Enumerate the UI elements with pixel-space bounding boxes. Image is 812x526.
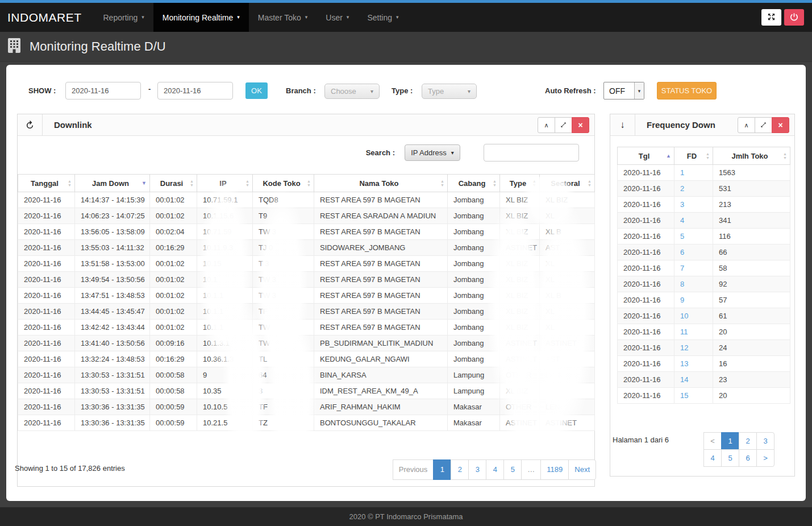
cell-jmlh-toko: 20 <box>713 324 790 340</box>
page-button[interactable]: 1 <box>433 459 451 480</box>
expand-button[interactable] <box>755 117 772 133</box>
date-from-input[interactable] <box>65 82 141 100</box>
fd-link[interactable]: 9 <box>680 296 684 304</box>
entries-summary: Showing 1 to 15 of 17,826 entries <box>15 464 125 473</box>
cell-jam-down: 13:56:05 - 13:58:09 <box>75 224 150 240</box>
ok-button[interactable]: OK <box>245 82 268 99</box>
cell-kode-toko: TW 3 <box>253 224 314 240</box>
page-button[interactable]: 6 <box>739 449 757 467</box>
page-button[interactable]: 1 <box>721 432 739 450</box>
column-header[interactable]: Jmlh Toko <box>713 147 790 165</box>
column-header[interactable]: Durasi <box>150 175 197 192</box>
nav-item-label: Setting <box>367 13 392 22</box>
auto-refresh-select[interactable]: OFF ▾ <box>603 82 644 100</box>
chevron-down-icon: ▾ <box>396 15 399 20</box>
cell-jam-down: 13:47:51 - 13:48:53 <box>75 288 150 304</box>
page-button[interactable]: Previous <box>393 459 434 480</box>
collapse-button[interactable]: ∧ <box>738 117 755 133</box>
nav-item[interactable]: Monitoring Realtime ▾ <box>153 3 249 32</box>
cell-fd: 10 <box>674 308 713 324</box>
fd-link[interactable]: 5 <box>680 232 684 241</box>
fd-link[interactable]: 7 <box>680 264 684 272</box>
page-button[interactable]: Next <box>568 459 596 480</box>
column-header[interactable]: Jam Down <box>75 175 150 192</box>
page-button[interactable]: 3 <box>756 432 774 450</box>
fd-link[interactable]: 6 <box>680 248 684 256</box>
expand-button[interactable] <box>555 117 572 133</box>
cell-fd: 2 <box>674 181 713 197</box>
cell-jam-down: 13:30:53 - 13:31:51 <box>75 367 150 383</box>
page-button[interactable]: 5 <box>721 449 739 467</box>
cell-kode-toko: TF <box>253 304 314 320</box>
nav-item[interactable]: Reporting ▾ <box>94 3 153 32</box>
brand-logo[interactable]: INDOMARET <box>0 3 94 32</box>
search-input[interactable] <box>484 144 579 161</box>
table-row: 2020-11-16 13:32:24 - 13:48:53 00:16:29 … <box>18 351 595 367</box>
column-header[interactable]: Nama Toko <box>314 175 448 192</box>
chevron-down-icon: ▾ <box>634 82 644 99</box>
fd-link[interactable]: 8 <box>680 280 684 288</box>
column-header-label: Kode Toko <box>263 179 300 188</box>
column-header[interactable]: FD <box>674 147 713 165</box>
fd-link[interactable]: 15 <box>680 391 688 400</box>
fd-link[interactable]: 3 <box>680 200 684 209</box>
cell-kode-toko: TW <box>253 336 314 351</box>
page-button[interactable]: 5 <box>503 459 522 480</box>
page-button[interactable]: < <box>703 432 722 450</box>
cell-jmlh-toko: 531 <box>713 181 790 197</box>
column-header[interactable]: Type <box>500 175 540 192</box>
column-header[interactable]: Tgl <box>618 147 674 165</box>
page-button[interactable]: … <box>521 459 541 480</box>
column-header[interactable]: IP <box>197 175 253 192</box>
power-button[interactable] <box>784 9 804 26</box>
cell-durasi: 00:00:59 <box>150 399 197 415</box>
cell-jam-down: 13:30:36 - 13:31:35 <box>75 415 150 431</box>
fd-link[interactable]: 12 <box>680 343 688 352</box>
table-row: 2020-11-16 15 20 <box>618 388 790 404</box>
page-button[interactable]: > <box>756 449 774 467</box>
column-header[interactable]: Kode Toko <box>253 175 314 192</box>
nav-item[interactable]: Master Toko ▾ <box>249 3 317 32</box>
cell-tanggal: 2020-11-16 <box>18 336 75 351</box>
status-toko-button[interactable]: STATUS TOKO <box>657 82 717 100</box>
close-button[interactable]: × <box>772 117 789 133</box>
frequency-down-panel: ↓ Frequency Down ∧ × Tgl <box>610 114 795 477</box>
collapse-button[interactable]: ∧ <box>538 117 555 133</box>
cell-tanggal: 2020-11-16 <box>18 399 75 415</box>
type-select[interactable]: Type ▾ <box>422 84 477 99</box>
page-button[interactable]: 1189 <box>540 459 569 480</box>
close-button[interactable]: × <box>572 117 589 133</box>
cell-kode-toko: 64 <box>253 367 314 383</box>
fd-link[interactable]: 14 <box>680 375 688 384</box>
chevron-up-icon: ∧ <box>744 122 748 129</box>
chevron-down-icon: ▾ <box>370 88 373 94</box>
cell-type: OTHER <box>500 399 540 415</box>
column-header[interactable]: Sectoral <box>540 175 595 192</box>
fd-link[interactable]: 2 <box>680 184 684 193</box>
fullscreen-button[interactable] <box>761 9 781 26</box>
column-header[interactable]: Cabang <box>448 175 500 192</box>
nav-item[interactable]: Setting ▾ <box>358 3 407 32</box>
cell-tanggal: 2020-11-16 <box>18 224 75 240</box>
fd-link[interactable]: 10 <box>680 312 688 320</box>
branch-select[interactable]: Choose ▾ <box>324 84 380 99</box>
page-button[interactable]: 4 <box>703 449 722 467</box>
cell-jam-down: 13:49:54 - 13:50:56 <box>75 272 150 288</box>
fd-link[interactable]: 13 <box>680 359 688 368</box>
fd-link[interactable]: 11 <box>680 328 688 336</box>
search-field-select[interactable]: IP Address ▾ <box>405 144 460 161</box>
date-to-input[interactable] <box>157 82 233 100</box>
fd-link[interactable]: 4 <box>680 216 684 225</box>
column-header[interactable]: Tanggal <box>18 175 75 192</box>
page-button[interactable]: 2 <box>451 459 469 480</box>
page-button[interactable]: 3 <box>468 459 486 480</box>
page-button[interactable]: 4 <box>486 459 504 480</box>
page-button[interactable]: 2 <box>739 432 757 450</box>
table-row: 2020-11-16 9 57 <box>618 292 790 308</box>
nav-item[interactable]: User ▾ <box>317 3 358 32</box>
downlink-panel-buttons: ∧ × <box>538 117 589 133</box>
cell-type: XL BIZ <box>500 304 540 320</box>
chevron-down-icon: ▾ <box>468 88 470 94</box>
fd-link[interactable]: 1 <box>680 168 684 177</box>
refresh-icon[interactable] <box>18 114 43 135</box>
